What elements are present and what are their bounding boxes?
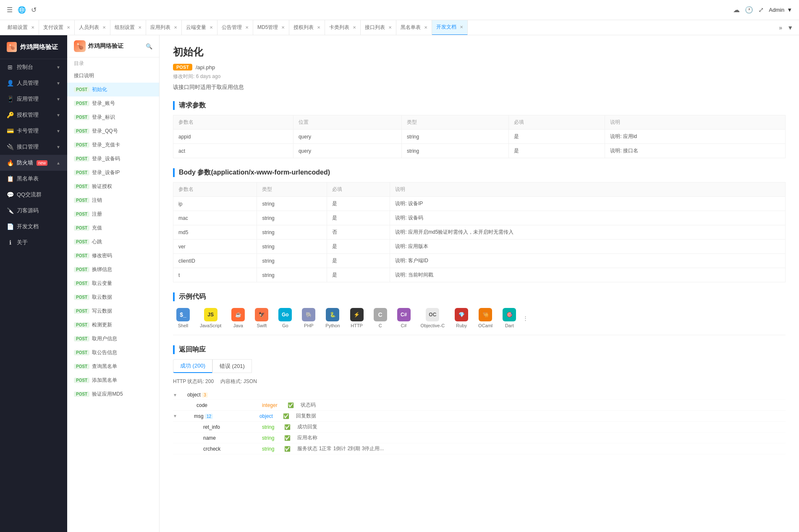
code-tab-java[interactable]: ☕ Java (228, 306, 248, 330)
api-item-login-device-ip[interactable]: POST 登录_设备IP (67, 166, 159, 180)
api-item-get-user-info[interactable]: POST 取用户信息 (67, 332, 159, 346)
sidebar-item-qq-group[interactable]: 💬 QQ交流群 (0, 187, 67, 203)
code-tab-python[interactable]: 🐍 Python (322, 306, 343, 330)
code-tab-objc[interactable]: OC Objective-C (417, 306, 448, 330)
sidebar-item-firewall[interactable]: 🔥 防火墙 new ▲ (0, 155, 67, 171)
api-item-verify-auth[interactable]: POST 验证授权 (67, 180, 159, 193)
api-item-register[interactable]: POST 注册 (67, 207, 159, 221)
api-item-login-account[interactable]: POST 登录_账号 (67, 96, 159, 110)
param-type: string (257, 254, 327, 268)
globe-icon[interactable]: 🌐 (18, 6, 26, 14)
resp-tab-error[interactable]: 错误 (201) (212, 359, 252, 373)
tab-group-settings[interactable]: 组别设置 ✕ (110, 20, 146, 35)
close-icon[interactable]: ✕ (31, 25, 34, 30)
check-icon: ✅ (284, 435, 291, 441)
menu-icon[interactable]: ☰ (7, 6, 13, 14)
tab-dev-docs[interactable]: 开发文档 ✕ (432, 20, 468, 35)
api-item-get-cloud-var[interactable]: POST 取云变量 (67, 276, 159, 290)
tab-cloud-var[interactable]: 云端变量 ✕ (182, 20, 217, 35)
api-item-rebind[interactable]: POST 换绑信息 (67, 263, 159, 276)
resp-tab-success[interactable]: 成功 (200) (173, 359, 212, 373)
tab-card-list[interactable]: 卡类列表 ✕ (325, 20, 361, 35)
code-tab-c[interactable]: C C (370, 306, 390, 330)
expand-icon[interactable]: ▼ (173, 393, 177, 397)
code-tab-ruby[interactable]: 💎 Ruby (451, 306, 472, 330)
sidebar-item-personnel[interactable]: 👤 人员管理 ▼ (0, 75, 67, 91)
close-icon[interactable]: ✕ (424, 25, 427, 30)
api-item-label: 检测更新 (92, 321, 112, 329)
close-icon[interactable]: ✕ (138, 25, 141, 30)
api-item-description[interactable]: 接口说明 (67, 69, 159, 83)
tab-app-list[interactable]: 应用列表 ✕ (146, 20, 182, 35)
close-icon[interactable]: ✕ (245, 25, 249, 30)
tab-nav-down[interactable]: ▼ (785, 24, 796, 31)
close-icon[interactable]: ✕ (67, 25, 70, 30)
api-item-login-recharge[interactable]: POST 登录_充值卡 (67, 138, 159, 152)
param-required: 是 (327, 211, 390, 225)
api-item-write-cloud-data[interactable]: POST 写云数据 (67, 304, 159, 318)
search-icon[interactable]: 🔍 (146, 43, 152, 50)
close-icon[interactable]: ✕ (317, 25, 320, 30)
sidebar-item-blacklist[interactable]: 📋 黑名单表 (0, 171, 67, 187)
sidebar-item-card[interactable]: 💳 卡号管理 ▼ (0, 123, 67, 139)
api-item-login-qq[interactable]: POST 登录_QQ号 (67, 124, 159, 138)
api-item-add-blacklist[interactable]: POST 添加黑名单 (67, 373, 159, 387)
api-item-query-blacklist[interactable]: POST 查询黑名单 (67, 360, 159, 373)
close-icon[interactable]: ✕ (460, 25, 463, 29)
sidebar-item-dashboard[interactable]: ⊞ 控制台 ▼ (0, 59, 67, 75)
sidebar-item-dev-docs[interactable]: 📄 开发文档 (0, 219, 67, 235)
api-item-logout[interactable]: POST 注销 (67, 193, 159, 207)
clock-icon[interactable]: 🕐 (745, 6, 753, 14)
cloud-icon[interactable]: ☁ (733, 6, 740, 14)
code-tab-swift[interactable]: 🦅 Swift (251, 306, 272, 330)
close-icon[interactable]: ✕ (353, 25, 356, 30)
tab-label: Python (325, 323, 340, 328)
code-tab-go[interactable]: Go Go (275, 306, 295, 330)
api-item-init[interactable]: POST 初始化 (67, 83, 159, 96)
sidebar-item-interface[interactable]: 🔌 接口管理 ▼ (0, 139, 67, 155)
api-item-get-cloud-data[interactable]: POST 取云数据 (67, 290, 159, 304)
api-item-verify-md5[interactable]: POST 验证应用MD5 (67, 387, 159, 401)
expand-icon[interactable]: ⤢ (758, 6, 764, 14)
code-tab-http[interactable]: ⚡ HTTP (347, 306, 367, 330)
api-item-change-password[interactable]: POST 修改密码 (67, 249, 159, 263)
tab-md5[interactable]: MD5管理 ✕ (253, 20, 289, 35)
close-icon[interactable]: ✕ (102, 25, 106, 30)
api-item-login-token[interactable]: POST 登录_标识 (67, 110, 159, 124)
code-tab-csharp[interactable]: C# C# (394, 306, 414, 330)
code-tab-dart[interactable]: 🎯 Dart (499, 306, 519, 330)
more-code-tabs[interactable]: ⋮ (523, 315, 528, 321)
api-item-check-update[interactable]: POST 检测更新 (67, 318, 159, 332)
tab-bar-inner: 邮箱设置 ✕ 支付设置 ✕ 人员列表 ✕ 组别设置 ✕ 应用列表 ✕ 云端变量 … (3, 20, 776, 35)
tab-announcement[interactable]: 公告管理 ✕ (217, 20, 253, 35)
refresh-icon[interactable]: ↺ (31, 6, 37, 14)
expand-icon[interactable]: ▼ (173, 414, 177, 418)
api-item-heartbeat[interactable]: POST 心跳 (67, 235, 159, 249)
resp-field-type: string (262, 435, 274, 441)
api-item-recharge[interactable]: POST 充值 (67, 221, 159, 235)
tab-api-list[interactable]: 接口列表 ✕ (361, 20, 396, 35)
tab-auth-list[interactable]: 授权列表 ✕ (289, 20, 325, 35)
code-tab-javascript[interactable]: JS JavaScript (196, 306, 225, 330)
tab-blacklist[interactable]: 黑名单表 ✕ (396, 20, 432, 35)
code-tab-php[interactable]: 🐘 PHP (299, 306, 319, 330)
resp-field-name: object 3 (181, 392, 256, 398)
api-item-get-notice[interactable]: POST 取公告信息 (67, 346, 159, 360)
close-icon[interactable]: ✕ (174, 25, 177, 30)
close-icon[interactable]: ✕ (388, 25, 392, 30)
close-icon[interactable]: ✕ (210, 25, 213, 30)
admin-user[interactable]: Admin ▼ (769, 7, 792, 13)
code-tab-ocaml[interactable]: 🐫 OCaml (475, 306, 496, 330)
go-icon: Go (278, 308, 292, 321)
tab-nav-more[interactable]: » (776, 24, 785, 31)
tab-payment-settings[interactable]: 支付设置 ✕ (39, 20, 75, 35)
code-tab-shell[interactable]: $_ Shell (173, 306, 193, 330)
sidebar-item-app-manage[interactable]: 📱 应用管理 ▼ (0, 91, 67, 107)
sidebar-item-knife-source[interactable]: 🔪 刀客源码 (0, 203, 67, 219)
tab-email-settings[interactable]: 邮箱设置 ✕ (3, 20, 39, 35)
close-icon[interactable]: ✕ (281, 25, 285, 30)
tab-personnel-list[interactable]: 人员列表 ✕ (75, 20, 110, 35)
api-item-login-device-code[interactable]: POST 登录_设备码 (67, 152, 159, 166)
sidebar-item-about[interactable]: ℹ 关于 (0, 235, 67, 250)
sidebar-item-auth[interactable]: 🔑 授权管理 ▼ (0, 107, 67, 123)
